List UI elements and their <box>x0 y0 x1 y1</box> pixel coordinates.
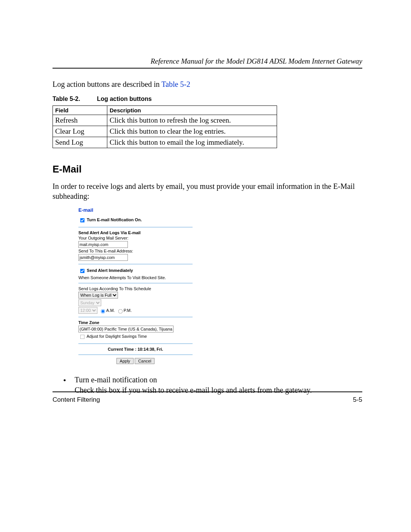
cell-field: Send Log <box>53 137 107 148</box>
daylight-checkbox[interactable] <box>80 335 85 339</box>
timezone-input[interactable] <box>78 326 174 332</box>
cell-field: Refresh <box>53 115 107 126</box>
cell-description: Click this button to clear the log entri… <box>107 126 277 137</box>
mail-server-label: Your Outgoing Mail Server: <box>78 236 193 240</box>
notify-label: Turn E-mail Notification On. <box>87 217 142 222</box>
divider <box>78 355 193 355</box>
divider <box>78 264 193 264</box>
bullet-body: Check this box if you wish to receive e-… <box>75 386 312 394</box>
divider <box>78 227 193 227</box>
divider <box>78 317 193 317</box>
cell-description: Click this button to email the log immed… <box>107 137 277 148</box>
current-time-label: Current Time : 10:14:38, Fri. <box>78 347 193 351</box>
am-radio[interactable] <box>101 309 105 314</box>
table-row: Clear Log Click this button to clear the… <box>53 126 277 137</box>
caption-text: Log action buttons <box>97 96 152 102</box>
table-row: Refresh Click this button to refresh the… <box>53 115 277 126</box>
daylight-label: Adjust for Daylight Savings Time <box>86 334 147 339</box>
section-paragraph: In order to receive logs and alerts by e… <box>53 181 362 201</box>
email-address-label: Send To This E-mail Address: <box>78 249 193 253</box>
footer-page-number: 5-5 <box>353 396 362 404</box>
col-description: Description <box>107 106 277 115</box>
am-label: A.M. <box>106 308 115 313</box>
col-field: Field <box>53 106 107 115</box>
mail-server-input[interactable] <box>78 241 128 248</box>
apply-button[interactable]: Apply <box>116 358 134 364</box>
table-caption: Table 5-2.Log action buttons <box>53 96 362 102</box>
email-config-screenshot: E-mail Turn E-mail Notification On. Send… <box>78 207 193 364</box>
table-row: Send Log Click this button to email the … <box>53 137 277 148</box>
schedule-label: Send Logs According To This Schedule <box>78 286 193 291</box>
cell-description: Click this button to refresh the log scr… <box>107 115 277 126</box>
timezone-header: Time Zone <box>78 320 193 325</box>
footer-rule <box>53 391 362 392</box>
pm-radio[interactable] <box>118 309 123 314</box>
alert-subtext: When Someone Attempts To Visit Blocked S… <box>78 275 193 280</box>
cancel-button[interactable]: Cancel <box>135 358 155 364</box>
header-rule <box>53 68 362 69</box>
divider <box>78 343 193 344</box>
caption-number: Table 5-2. <box>53 96 80 102</box>
send-alerts-header: Send Alert And Logs Via E-mail <box>78 230 193 235</box>
bullet-title: Turn e-mail notification on <box>75 375 157 384</box>
running-header: Reference Manual for the Model DG814 ADS… <box>53 57 362 66</box>
schedule-select[interactable]: When Log is Full <box>78 292 118 299</box>
intro-paragraph: Log action buttons are described in Tabl… <box>53 80 362 89</box>
footer: Content Filtering 5-5 <box>53 396 362 404</box>
pm-label: P.M. <box>124 308 132 313</box>
table-header-row: Field Description <box>53 106 277 115</box>
log-action-table: Field Description Refresh Click this but… <box>53 105 277 148</box>
time-select[interactable]: 12:00 <box>78 307 97 314</box>
cell-field: Clear Log <box>53 126 107 137</box>
footer-section: Content Filtering <box>53 396 100 404</box>
alert-immediately-checkbox[interactable] <box>80 269 85 273</box>
email-address-input[interactable] <box>78 254 128 261</box>
section-heading: E-Mail <box>53 163 362 175</box>
table-reference-link[interactable]: Table 5-2 <box>161 80 190 88</box>
notify-checkbox[interactable] <box>80 218 85 223</box>
day-select[interactable]: Sunday <box>78 299 101 306</box>
alert-immediately-label: Send Alert Immediately <box>87 268 133 273</box>
email-panel-title: E-mail <box>78 207 193 213</box>
divider <box>78 283 193 283</box>
intro-text: Log action buttons are described in <box>53 80 161 88</box>
